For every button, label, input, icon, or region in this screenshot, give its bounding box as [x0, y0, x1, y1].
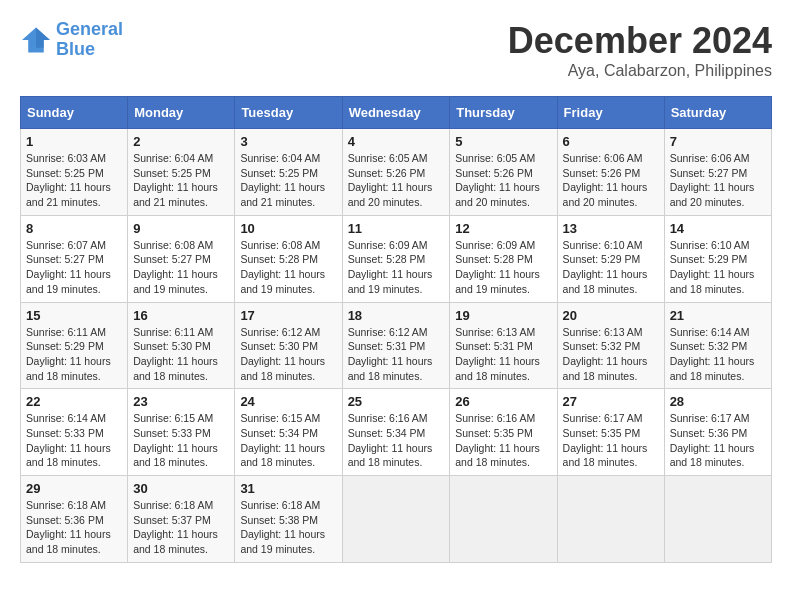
- calendar-cell: 27 Sunrise: 6:17 AMSunset: 5:35 PMDaylig…: [557, 389, 664, 476]
- calendar-week-row: 22 Sunrise: 6:14 AMSunset: 5:33 PMDaylig…: [21, 389, 772, 476]
- day-detail: Sunrise: 6:05 AMSunset: 5:26 PMDaylight:…: [348, 152, 433, 208]
- calendar-cell: 30 Sunrise: 6:18 AMSunset: 5:37 PMDaylig…: [128, 476, 235, 563]
- day-number: 10: [240, 221, 336, 236]
- day-number: 29: [26, 481, 122, 496]
- calendar-cell: 5 Sunrise: 6:05 AMSunset: 5:26 PMDayligh…: [450, 129, 557, 216]
- day-detail: Sunrise: 6:13 AMSunset: 5:31 PMDaylight:…: [455, 326, 540, 382]
- calendar-cell: 1 Sunrise: 6:03 AMSunset: 5:25 PMDayligh…: [21, 129, 128, 216]
- day-number: 8: [26, 221, 122, 236]
- day-number: 6: [563, 134, 659, 149]
- day-number: 4: [348, 134, 445, 149]
- day-detail: Sunrise: 6:09 AMSunset: 5:28 PMDaylight:…: [455, 239, 540, 295]
- calendar-cell: 21 Sunrise: 6:14 AMSunset: 5:32 PMDaylig…: [664, 302, 771, 389]
- day-number: 18: [348, 308, 445, 323]
- calendar-cell: 10 Sunrise: 6:08 AMSunset: 5:28 PMDaylig…: [235, 215, 342, 302]
- calendar-cell: [557, 476, 664, 563]
- day-detail: Sunrise: 6:14 AMSunset: 5:33 PMDaylight:…: [26, 412, 111, 468]
- col-monday: Monday: [128, 97, 235, 129]
- day-number: 7: [670, 134, 766, 149]
- logo-text: General Blue: [56, 20, 123, 60]
- day-number: 24: [240, 394, 336, 409]
- day-number: 17: [240, 308, 336, 323]
- day-detail: Sunrise: 6:06 AMSunset: 5:26 PMDaylight:…: [563, 152, 648, 208]
- month-title: December 2024: [508, 20, 772, 62]
- day-number: 12: [455, 221, 551, 236]
- day-number: 25: [348, 394, 445, 409]
- day-number: 23: [133, 394, 229, 409]
- day-number: 1: [26, 134, 122, 149]
- calendar-cell: [664, 476, 771, 563]
- day-detail: Sunrise: 6:11 AMSunset: 5:29 PMDaylight:…: [26, 326, 111, 382]
- day-detail: Sunrise: 6:14 AMSunset: 5:32 PMDaylight:…: [670, 326, 755, 382]
- calendar-cell: 24 Sunrise: 6:15 AMSunset: 5:34 PMDaylig…: [235, 389, 342, 476]
- title-block: December 2024 Aya, Calabarzon, Philippin…: [508, 20, 772, 80]
- calendar-cell: 6 Sunrise: 6:06 AMSunset: 5:26 PMDayligh…: [557, 129, 664, 216]
- calendar-table: Sunday Monday Tuesday Wednesday Thursday…: [20, 96, 772, 563]
- calendar-cell: 11 Sunrise: 6:09 AMSunset: 5:28 PMDaylig…: [342, 215, 450, 302]
- calendar-cell: 13 Sunrise: 6:10 AMSunset: 5:29 PMDaylig…: [557, 215, 664, 302]
- header-row: Sunday Monday Tuesday Wednesday Thursday…: [21, 97, 772, 129]
- location: Aya, Calabarzon, Philippines: [508, 62, 772, 80]
- page-header: General Blue December 2024 Aya, Calabarz…: [20, 20, 772, 80]
- day-detail: Sunrise: 6:08 AMSunset: 5:27 PMDaylight:…: [133, 239, 218, 295]
- calendar-cell: 8 Sunrise: 6:07 AMSunset: 5:27 PMDayligh…: [21, 215, 128, 302]
- calendar-week-row: 1 Sunrise: 6:03 AMSunset: 5:25 PMDayligh…: [21, 129, 772, 216]
- day-detail: Sunrise: 6:11 AMSunset: 5:30 PMDaylight:…: [133, 326, 218, 382]
- calendar-cell: [342, 476, 450, 563]
- calendar-cell: 26 Sunrise: 6:16 AMSunset: 5:35 PMDaylig…: [450, 389, 557, 476]
- calendar-cell: 23 Sunrise: 6:15 AMSunset: 5:33 PMDaylig…: [128, 389, 235, 476]
- svg-marker-1: [36, 27, 50, 47]
- day-number: 3: [240, 134, 336, 149]
- calendar-cell: 9 Sunrise: 6:08 AMSunset: 5:27 PMDayligh…: [128, 215, 235, 302]
- day-detail: Sunrise: 6:17 AMSunset: 5:35 PMDaylight:…: [563, 412, 648, 468]
- day-detail: Sunrise: 6:08 AMSunset: 5:28 PMDaylight:…: [240, 239, 325, 295]
- day-number: 9: [133, 221, 229, 236]
- calendar-cell: 7 Sunrise: 6:06 AMSunset: 5:27 PMDayligh…: [664, 129, 771, 216]
- calendar-cell: 3 Sunrise: 6:04 AMSunset: 5:25 PMDayligh…: [235, 129, 342, 216]
- day-detail: Sunrise: 6:18 AMSunset: 5:38 PMDaylight:…: [240, 499, 325, 555]
- calendar-week-row: 15 Sunrise: 6:11 AMSunset: 5:29 PMDaylig…: [21, 302, 772, 389]
- day-number: 11: [348, 221, 445, 236]
- calendar-cell: 31 Sunrise: 6:18 AMSunset: 5:38 PMDaylig…: [235, 476, 342, 563]
- calendar-cell: 4 Sunrise: 6:05 AMSunset: 5:26 PMDayligh…: [342, 129, 450, 216]
- calendar-cell: 20 Sunrise: 6:13 AMSunset: 5:32 PMDaylig…: [557, 302, 664, 389]
- calendar-cell: 15 Sunrise: 6:11 AMSunset: 5:29 PMDaylig…: [21, 302, 128, 389]
- col-wednesday: Wednesday: [342, 97, 450, 129]
- calendar-cell: 14 Sunrise: 6:10 AMSunset: 5:29 PMDaylig…: [664, 215, 771, 302]
- col-sunday: Sunday: [21, 97, 128, 129]
- calendar-cell: 18 Sunrise: 6:12 AMSunset: 5:31 PMDaylig…: [342, 302, 450, 389]
- logo: General Blue: [20, 20, 123, 60]
- day-number: 16: [133, 308, 229, 323]
- day-detail: Sunrise: 6:09 AMSunset: 5:28 PMDaylight:…: [348, 239, 433, 295]
- calendar-cell: [450, 476, 557, 563]
- day-detail: Sunrise: 6:07 AMSunset: 5:27 PMDaylight:…: [26, 239, 111, 295]
- col-friday: Friday: [557, 97, 664, 129]
- day-number: 2: [133, 134, 229, 149]
- day-number: 27: [563, 394, 659, 409]
- day-number: 26: [455, 394, 551, 409]
- day-number: 20: [563, 308, 659, 323]
- day-detail: Sunrise: 6:18 AMSunset: 5:37 PMDaylight:…: [133, 499, 218, 555]
- calendar-cell: 16 Sunrise: 6:11 AMSunset: 5:30 PMDaylig…: [128, 302, 235, 389]
- day-detail: Sunrise: 6:03 AMSunset: 5:25 PMDaylight:…: [26, 152, 111, 208]
- day-detail: Sunrise: 6:04 AMSunset: 5:25 PMDaylight:…: [133, 152, 218, 208]
- day-detail: Sunrise: 6:12 AMSunset: 5:31 PMDaylight:…: [348, 326, 433, 382]
- calendar-cell: 19 Sunrise: 6:13 AMSunset: 5:31 PMDaylig…: [450, 302, 557, 389]
- day-number: 14: [670, 221, 766, 236]
- day-detail: Sunrise: 6:13 AMSunset: 5:32 PMDaylight:…: [563, 326, 648, 382]
- day-number: 22: [26, 394, 122, 409]
- day-detail: Sunrise: 6:15 AMSunset: 5:34 PMDaylight:…: [240, 412, 325, 468]
- day-number: 15: [26, 308, 122, 323]
- day-number: 13: [563, 221, 659, 236]
- calendar-cell: 12 Sunrise: 6:09 AMSunset: 5:28 PMDaylig…: [450, 215, 557, 302]
- day-detail: Sunrise: 6:06 AMSunset: 5:27 PMDaylight:…: [670, 152, 755, 208]
- col-thursday: Thursday: [450, 97, 557, 129]
- day-detail: Sunrise: 6:12 AMSunset: 5:30 PMDaylight:…: [240, 326, 325, 382]
- calendar-cell: 28 Sunrise: 6:17 AMSunset: 5:36 PMDaylig…: [664, 389, 771, 476]
- day-number: 21: [670, 308, 766, 323]
- calendar-cell: 17 Sunrise: 6:12 AMSunset: 5:30 PMDaylig…: [235, 302, 342, 389]
- day-number: 19: [455, 308, 551, 323]
- day-detail: Sunrise: 6:05 AMSunset: 5:26 PMDaylight:…: [455, 152, 540, 208]
- calendar-cell: 2 Sunrise: 6:04 AMSunset: 5:25 PMDayligh…: [128, 129, 235, 216]
- calendar-cell: 25 Sunrise: 6:16 AMSunset: 5:34 PMDaylig…: [342, 389, 450, 476]
